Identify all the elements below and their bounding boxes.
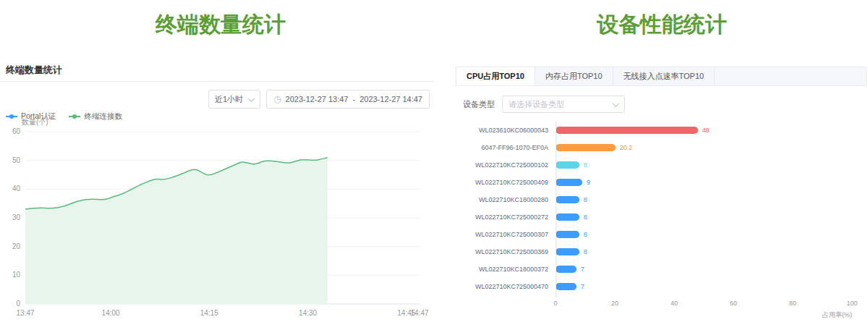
bar	[556, 283, 576, 290]
svg-text:14:47: 14:47	[410, 309, 428, 317]
svg-text:40: 40	[12, 185, 21, 192]
svg-text:20: 20	[12, 242, 21, 250]
bar-label: WL022710KC725000102	[456, 161, 556, 169]
svg-text:14:15: 14:15	[200, 309, 218, 317]
svg-text:10: 10	[12, 271, 21, 279]
bar	[556, 231, 579, 238]
date-end: 2023-12-27 14:47	[359, 95, 422, 103]
date-range-picker[interactable]: ◷ 2023-12-27 13:47 - 2023-12-27 14:47	[266, 90, 430, 109]
bar	[556, 144, 616, 151]
svg-text:14:00: 14:00	[102, 309, 120, 317]
x-axis-tick: 20	[611, 300, 618, 307]
bar-track: 7	[556, 283, 852, 290]
bar-track: 8	[556, 248, 852, 255]
bar-label: WL022710KC725000307	[456, 231, 556, 238]
bar-label: WL022710KC725000470	[456, 283, 556, 290]
chevron-down-icon	[613, 100, 620, 107]
x-axis-tick: 80	[789, 300, 796, 307]
bar-track: 8	[556, 196, 852, 203]
bar-track: 8	[556, 213, 852, 221]
bar-value: 7	[581, 266, 584, 273]
date-separator: -	[352, 95, 355, 103]
bar-row: WL022710KC7250004099	[456, 174, 852, 191]
x-axis-tick: 0	[553, 300, 557, 307]
y-axis-line	[556, 122, 556, 298]
bar-value: 9	[587, 179, 590, 186]
x-axis-tick: 60	[730, 300, 737, 307]
bar-label: WL022710KC18000372	[456, 266, 556, 273]
time-range-value: 近1小时	[215, 94, 243, 105]
tab-3[interactable]: 无线接入点速率TOP10	[613, 67, 715, 85]
bar-row: 6047-FF96-1070-EF0A20.2	[456, 139, 852, 156]
bar-row: WL022710KC180002808	[456, 191, 852, 208]
bar-label: WL022710KC725000409	[456, 179, 556, 186]
bar	[556, 179, 582, 186]
x-axis-tick: 100	[846, 300, 857, 307]
bar-track: 9	[556, 179, 852, 186]
svg-text:50: 50	[12, 156, 21, 164]
svg-text:数量(个): 数量(个)	[21, 118, 48, 126]
bar-track: 7	[556, 266, 852, 273]
chart-controls: 近1小时 ◷ 2023-12-27 13:47 - 2023-12-27 14:…	[208, 90, 430, 109]
bar-value: 8	[584, 248, 587, 255]
bar-value: 8	[584, 161, 587, 169]
bar	[556, 127, 698, 134]
terminal-section-title: 终端数量统计	[0, 10, 441, 40]
bar-track: 8	[556, 231, 852, 238]
device-type-select[interactable]: 请选择设备类型	[502, 96, 625, 113]
bar	[556, 196, 579, 203]
tab-2[interactable]: 内存占用TOP10	[535, 67, 613, 85]
bar-value: 8	[584, 213, 587, 221]
svg-text:60: 60	[12, 127, 21, 135]
bar-row: WL022710KC7250003698	[456, 243, 852, 261]
bar-track: 48	[556, 127, 852, 134]
bar	[556, 161, 579, 169]
device-perf-section: 设备性能统计 CPU占用TOP10内存占用TOP10无线接入点速率TOP10 设…	[456, 0, 868, 330]
tab-bar: CPU占用TOP10内存占用TOP10无线接入点速率TOP10	[456, 67, 867, 86]
bar	[556, 213, 579, 221]
bar-value: 8	[584, 231, 587, 238]
panel-divider	[0, 81, 434, 82]
bar-row: WL022710KC7250004707	[456, 278, 852, 295]
date-start: 2023-12-27 13:47	[286, 95, 349, 103]
svg-text:14:30: 14:30	[299, 309, 317, 317]
bar-label: WL022710KC725000272	[456, 213, 556, 221]
device-type-label: 设备类型	[463, 99, 495, 110]
x-axis-tick: 40	[671, 300, 678, 307]
bar-value: 20.2	[620, 144, 633, 151]
svg-text:0: 0	[16, 300, 20, 308]
clock-icon: ◷	[273, 95, 281, 103]
bar-label: WL023610KC06000043	[456, 127, 556, 134]
bar-row: WL022710KC180003727	[456, 261, 852, 278]
bar-label: WL022710KC725000369	[456, 248, 556, 255]
bar	[556, 266, 576, 273]
bar-row: WL022710KC7250003078	[456, 226, 852, 243]
x-axis: 020406080100	[456, 300, 852, 308]
bar-track: 8	[556, 161, 852, 169]
bar-value: 7	[581, 283, 584, 290]
x-axis-label: 占用率(%)	[456, 310, 852, 320]
terminal-line-chart: 数量(个)010203040506013:4714:0014:1514:3014…	[0, 117, 434, 327]
bar-value: 48	[702, 127, 710, 134]
device-perf-section-title: 设备性能统计	[456, 10, 868, 40]
chevron-down-icon	[248, 95, 255, 102]
bar-row: WL022710KC7250001028	[456, 156, 852, 174]
cpu-top10-bar-chart: WL023610KC06000043486047-FF96-1070-EF0A2…	[456, 122, 868, 320]
bar-row: WL022710KC7250002728	[456, 208, 852, 226]
bar	[556, 248, 579, 255]
bar-label: 6047-FF96-1070-EF0A	[456, 144, 556, 151]
tab-1[interactable]: CPU占用TOP10	[456, 67, 535, 85]
terminal-panel-title: 终端数量统计	[6, 64, 62, 77]
device-type-filter: 设备类型 请选择设备类型	[463, 96, 625, 113]
device-type-placeholder: 请选择设备类型	[509, 99, 564, 110]
bar-value: 8	[584, 196, 587, 203]
terminal-stats-section: 终端数量统计 终端数量统计 近1小时 ◷ 2023-12-27 13:47 - …	[0, 0, 441, 330]
bar-row: WL023610KC0600004348	[456, 122, 852, 139]
svg-text:13:47: 13:47	[16, 309, 34, 317]
bar-label: WL022710KC18000280	[456, 196, 556, 203]
svg-text:30: 30	[12, 213, 21, 221]
bar-track: 20.2	[556, 144, 852, 151]
time-range-select[interactable]: 近1小时	[208, 90, 260, 109]
